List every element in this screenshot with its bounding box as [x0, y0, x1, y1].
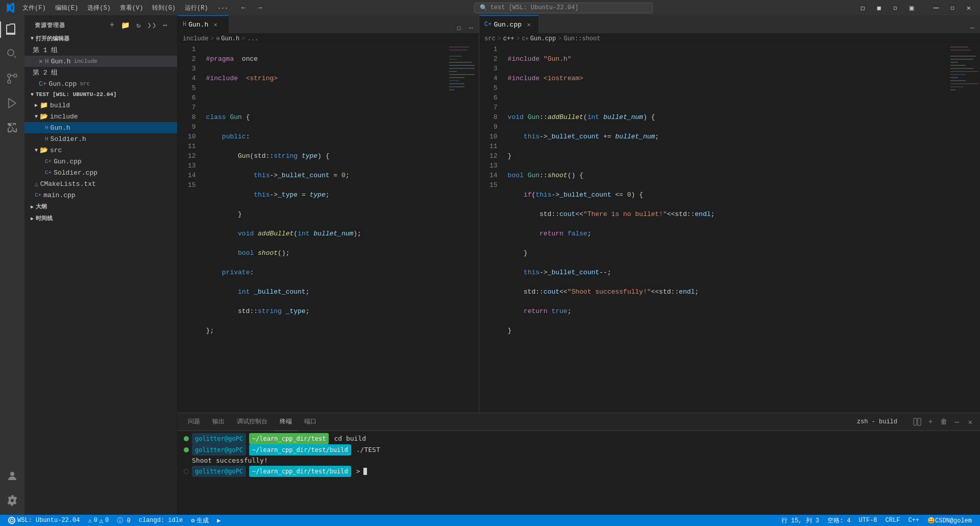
status-run[interactable]: ▶: [213, 515, 225, 526]
folder-src[interactable]: ▼ 📂 src: [24, 145, 177, 156]
file-soldier-h[interactable]: H Soldier.h: [24, 133, 177, 145]
menu-file[interactable]: 文件(F): [18, 3, 50, 13]
new-file-button[interactable]: +: [107, 19, 118, 31]
open-editors-section[interactable]: ▼ 打开的编辑器: [24, 33, 177, 44]
group-2-header[interactable]: 第 2 组: [24, 67, 177, 78]
kill-terminal-button[interactable]: 🗑: [938, 416, 949, 427]
status-eol[interactable]: CRLF: [881, 515, 904, 526]
breadcrumb-include[interactable]: include: [183, 35, 208, 42]
right-code-content[interactable]: #include "Gun.h" #include <iostream> voi…: [503, 44, 949, 413]
status-golem[interactable]: 😀CSDN@golem: [923, 515, 976, 526]
status-position[interactable]: 行 15, 列 3: [777, 515, 823, 526]
close-gun-h-tab-button[interactable]: ✕: [211, 20, 219, 29]
status-build[interactable]: ⚙ 生成: [187, 515, 213, 526]
menu-select[interactable]: 选择(S): [83, 3, 115, 13]
breadcrumb-src[interactable]: src: [484, 35, 496, 42]
activity-extensions[interactable]: [0, 115, 24, 140]
svg-rect-30: [950, 83, 978, 84]
close-gun-cpp-tab-button[interactable]: ✕: [525, 20, 533, 29]
panel-tab-ports[interactable]: 端口: [298, 413, 323, 431]
status-info[interactable]: ⓘ 0: [113, 515, 134, 526]
menu-view[interactable]: 查看(V): [116, 3, 148, 13]
window-controls: ◻ ◼ ◽ ▣ — ◻ ✕: [855, 2, 976, 13]
status-remote[interactable]: WSL: Ubuntu-22.04: [4, 515, 84, 526]
forward-button[interactable]: →: [253, 2, 267, 13]
new-terminal-button[interactable]: +: [925, 416, 936, 427]
more-actions-button[interactable]: ⋯: [160, 19, 171, 31]
tab-gun-cpp[interactable]: C+ Gun.cpp ✕: [479, 15, 538, 33]
menu-edit[interactable]: 编辑(E): [51, 3, 83, 13]
svg-point-0: [8, 80, 11, 83]
activity-search[interactable]: [0, 42, 24, 66]
layout-btn-1[interactable]: ◻: [855, 2, 870, 13]
gun-h-tree-icon: H: [45, 125, 48, 131]
folder-build[interactable]: ▶ 📁 build: [24, 100, 177, 111]
close-panel-button[interactable]: ✕: [965, 416, 976, 427]
activity-debug[interactable]: [0, 91, 24, 115]
terminal-session-tab[interactable]: zsh - build: [851, 415, 903, 429]
menu-run[interactable]: 运行(R): [181, 3, 212, 13]
right-code-container[interactable]: 12345 678910 1112131415 #include "Gun.h"…: [479, 44, 980, 413]
left-code-content[interactable]: #pragma once #include <string> class Gun…: [201, 44, 448, 413]
group-1-header[interactable]: 第 1 组: [24, 44, 177, 56]
more-actions-right-button[interactable]: ⋯: [967, 22, 978, 33]
breadcrumb-gun-shoot[interactable]: Gun::shoot: [564, 35, 600, 42]
breadcrumb-gun-h[interactable]: HGun.h: [216, 35, 240, 42]
menu-goto[interactable]: 转到(G): [148, 3, 180, 13]
activity-source-control[interactable]: [0, 66, 24, 91]
open-editor-gun-cpp[interactable]: C+ Gun.cpp src: [24, 78, 177, 89]
activity-account[interactable]: [0, 464, 24, 488]
new-folder-button[interactable]: 📁: [120, 19, 131, 31]
split-terminal-button[interactable]: [912, 416, 923, 427]
status-encoding[interactable]: UTF-8: [855, 515, 881, 526]
split-editor-button[interactable]: ◻: [453, 22, 464, 33]
file-soldier-cpp[interactable]: C+ Soldier.cpp: [24, 167, 177, 178]
gun-cpp-tab-label: Gun.cpp: [494, 21, 522, 29]
file-gun-h[interactable]: H Gun.h: [24, 122, 177, 133]
breadcrumb-gun-cpp[interactable]: C+Gun.cpp: [522, 35, 556, 42]
more-actions-left-button[interactable]: ⋯: [465, 22, 477, 33]
timeline-chevron: ▶: [31, 216, 34, 222]
close-gun-h-icon[interactable]: ✕: [39, 57, 43, 65]
minimize-button[interactable]: —: [929, 2, 943, 13]
file-gun-cpp-tree[interactable]: C+ Gun.cpp: [24, 156, 177, 167]
activity-settings[interactable]: [0, 488, 24, 513]
left-code-container[interactable]: 12345 678910 1112131415 #pragma once #in…: [178, 44, 479, 413]
close-button[interactable]: ✕: [962, 2, 976, 13]
breadcrumb-cpp-tag[interactable]: c++: [503, 35, 514, 42]
global-search-box[interactable]: 🔍 test [WSL: Ubuntu-22.04]: [474, 3, 653, 13]
folder-include[interactable]: ▼ 📂 include: [24, 111, 177, 122]
file-cmakelists[interactable]: △ CMakeLists.txt: [24, 178, 177, 189]
open-editor-gun-h[interactable]: ✕ H Gun.h include: [24, 56, 177, 67]
panel-tab-debug[interactable]: 调试控制台: [231, 413, 274, 431]
panel-tab-problems[interactable]: 问题: [182, 413, 206, 431]
menu-more[interactable]: ...: [213, 3, 233, 13]
status-spaces[interactable]: 空格: 4: [823, 515, 855, 526]
collapse-button[interactable]: ❯❯: [146, 19, 158, 31]
build-text: 生成: [197, 516, 209, 525]
spaces-text: 空格: 4: [827, 516, 851, 525]
folder-build-icon: 📁: [40, 101, 48, 109]
breadcrumb-ellipsis[interactable]: ...: [247, 35, 258, 42]
svg-rect-29: [950, 80, 966, 81]
tab-gun-h[interactable]: H Gun.h ✕: [178, 15, 229, 33]
panel-tab-terminal[interactable]: 终端: [274, 413, 298, 431]
explorer-section[interactable]: ▼ TEST [WSL: UBUNTU-22.04]: [24, 89, 177, 100]
timeline-section[interactable]: ▶ 时间线: [24, 212, 177, 224]
layout-btn-4[interactable]: ▣: [904, 2, 919, 13]
layout-btn-3[interactable]: ◽: [888, 2, 902, 13]
status-clangd[interactable]: clangd: idle: [135, 515, 187, 526]
right-breadcrumb: src > c++ > C+Gun.cpp > Gun::shoot: [479, 33, 980, 44]
outline-chevron: ▶: [31, 204, 34, 210]
file-main-cpp[interactable]: C+ main.cpp: [24, 189, 177, 201]
status-language[interactable]: C++: [904, 515, 923, 526]
refresh-button[interactable]: ↻: [133, 19, 144, 31]
layout-btn-2[interactable]: ◼: [872, 2, 886, 13]
more-panel-actions-button[interactable]: ⋯: [951, 416, 963, 427]
activity-explorer[interactable]: [0, 17, 24, 42]
maximize-button[interactable]: ◻: [945, 2, 960, 13]
back-button[interactable]: ←: [236, 2, 251, 13]
panel-tab-output[interactable]: 输出: [206, 413, 231, 431]
outline-section[interactable]: ▶ 大纲: [24, 201, 177, 212]
status-errors[interactable]: ⚠ 0 △ 0: [84, 515, 113, 526]
